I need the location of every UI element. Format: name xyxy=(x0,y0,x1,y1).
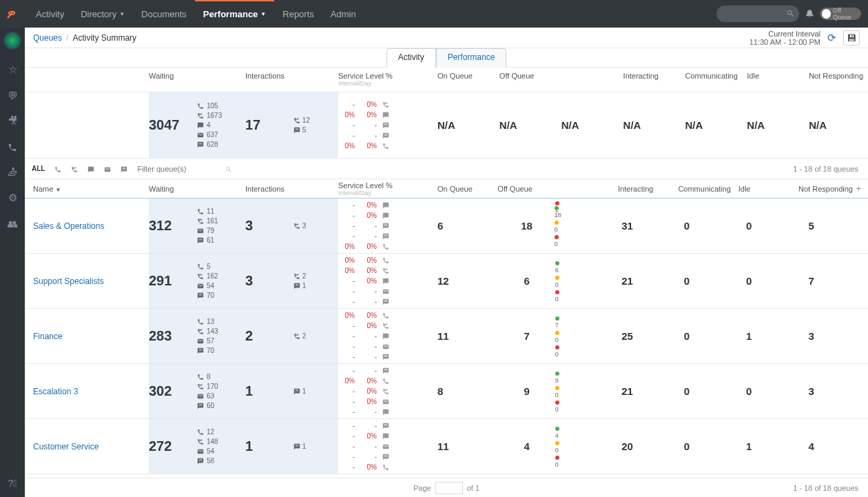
queue-filter-input[interactable] xyxy=(137,165,220,173)
col-waiting: Waiting xyxy=(149,72,197,80)
help-icon[interactable]: ?⃝ xyxy=(8,478,17,489)
nav-documents[interactable]: Documents xyxy=(133,1,195,28)
queue-name-link[interactable]: Customer Service xyxy=(25,419,149,474)
filter-all[interactable]: ALL xyxy=(32,165,45,172)
nav-activity[interactable]: Activity xyxy=(28,1,72,28)
tab-activity[interactable]: Activity xyxy=(386,48,436,68)
breadcrumb-current: Activity Summary xyxy=(72,33,136,43)
inbox-icon[interactable]: 📥︎ xyxy=(8,166,18,178)
col-idle: Idle xyxy=(744,72,806,80)
breadcrumb-bar: Queues / Activity Summary Current Interv… xyxy=(25,28,868,48)
col-interactions: Interactions xyxy=(245,72,293,80)
app-logo: ዎ xyxy=(7,7,17,21)
col-notresponding: Not Responding xyxy=(806,72,868,80)
col-interacting: Interacting xyxy=(621,72,683,80)
video-icon[interactable]: 🎥︎ xyxy=(8,115,18,127)
presence-toggle[interactable]: Off Queue xyxy=(820,8,861,20)
queue-row: Support Specialists 291 5 162 54 70 3 2 … xyxy=(25,254,868,309)
people-icon[interactable]: 👥︎ xyxy=(8,218,18,230)
summary-row: 3047 105 1673 4 637 628 17 12 5 -0%0%0%-… xyxy=(25,92,868,159)
queue-row: Escalation 3 302 8 170 63 60 1 1 --0%0%-… xyxy=(25,364,868,419)
nav-admin[interactable]: Admin xyxy=(322,1,364,28)
user-avatar[interactable] xyxy=(3,32,21,50)
nav-directory[interactable]: Directory▼ xyxy=(72,1,133,28)
phone-icon[interactable] xyxy=(8,141,17,152)
queue-row: Sales & Operations 312 11 161 79 61 3 3 … xyxy=(25,199,868,254)
filter-bar: ALL 1 - 18 of 18 queues xyxy=(25,159,868,179)
global-search[interactable] xyxy=(716,6,799,22)
tab-performance[interactable]: Performance xyxy=(436,48,507,68)
col-sla: Service Level %Interval/Day xyxy=(338,72,435,87)
view-tabs: Activity Performance xyxy=(25,48,868,67)
col-communicating: Communicating xyxy=(682,72,744,80)
interval-label: Current Interval xyxy=(750,30,820,38)
search-icon xyxy=(225,165,232,173)
refresh-icon[interactable]: ⟳ xyxy=(827,32,836,44)
search-icon xyxy=(786,8,795,18)
left-rail: ☆ 💬︎ 🎥︎ 📥︎ ⚙︎ 👥︎ ?⃝ xyxy=(0,28,25,497)
footer-paginator: Page of 1 1 - 18 of 18 queues xyxy=(25,478,868,497)
filter-callback-icon[interactable] xyxy=(71,164,78,172)
filter-phone-icon[interactable] xyxy=(54,164,61,172)
queue-name-link[interactable]: Finance xyxy=(25,309,149,363)
column-header-rows: Name ▼ Waiting Interactions Service Leve… xyxy=(25,179,868,199)
add-column-icon[interactable]: + xyxy=(856,183,861,194)
settings-icon[interactable]: ⚙︎ xyxy=(8,192,17,204)
page-input[interactable] xyxy=(435,482,463,494)
chat-icon[interactable]: 💬︎ xyxy=(8,90,18,101)
interval-time: 11:30 AM - 12:00 PM xyxy=(750,38,820,46)
breadcrumb-root[interactable]: Queues xyxy=(33,33,62,43)
top-navbar: ዎ ActivityDirectory▼DocumentsPerformance… xyxy=(0,0,868,28)
col-onqueue: On Queue xyxy=(435,72,497,80)
presence-label: Off Queue xyxy=(833,7,859,21)
nav-performance[interactable]: Performance▼ xyxy=(195,0,274,27)
filter-chat-icon[interactable] xyxy=(87,164,94,172)
queue-name-link[interactable]: Support Specialists xyxy=(25,254,149,308)
save-icon[interactable]: 💾︎ xyxy=(843,30,860,45)
queue-row: Finance 283 13 143 57 70 2 2 0%0%-0%----… xyxy=(25,309,868,364)
column-header-summary: Waiting Interactions Service Level %Inte… xyxy=(25,68,868,92)
queue-name-link[interactable]: Escalation 3 xyxy=(25,364,149,418)
queue-row: Customer Service 272 12 148 54 58 1 1 --… xyxy=(25,419,868,474)
filter-message-icon[interactable] xyxy=(121,164,127,172)
notifications-icon[interactable]: 🔔︎ xyxy=(805,8,814,19)
favorites-icon[interactable]: ☆ xyxy=(8,63,17,76)
queue-name-link[interactable]: Sales & Operations xyxy=(25,199,149,253)
col-offqueue: Off Queue xyxy=(497,72,559,80)
nav-reports[interactable]: Reports xyxy=(274,1,322,28)
pager-text: 1 - 18 of 18 queues xyxy=(793,165,858,173)
filter-email-icon[interactable] xyxy=(104,164,111,172)
